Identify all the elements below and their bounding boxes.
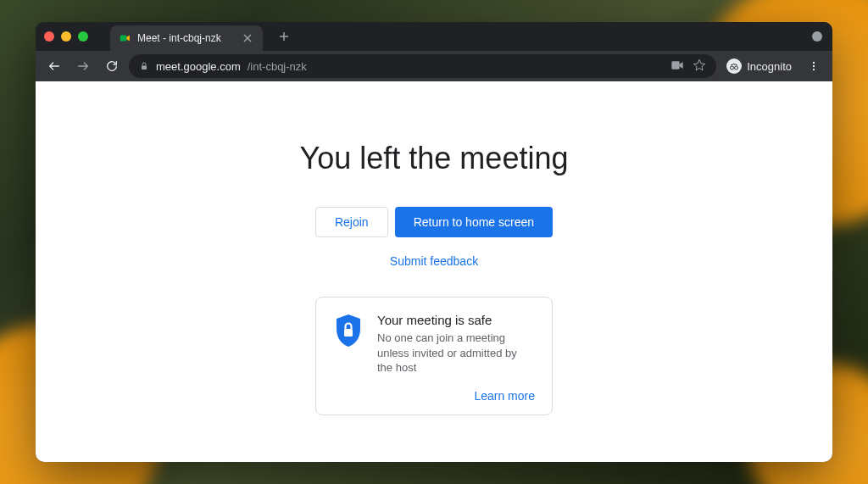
- info-card-description: No one can join a meeting unless invited…: [377, 331, 535, 376]
- action-buttons: Rejoin Return to home screen: [315, 207, 553, 237]
- url-host: meet.google.com: [156, 60, 241, 73]
- extension-indicator-icon[interactable]: [812, 31, 822, 42]
- bookmark-star-icon[interactable]: [693, 58, 706, 75]
- svg-rect-2: [672, 61, 680, 69]
- svg-rect-1: [142, 66, 147, 70]
- meeting-safe-card: Your meeting is safe No one can join a m…: [315, 297, 553, 415]
- learn-more-link[interactable]: Learn more: [474, 389, 535, 403]
- incognito-label: Incognito: [747, 60, 792, 73]
- svg-point-3: [731, 66, 734, 70]
- svg-rect-0: [120, 36, 127, 42]
- incognito-indicator[interactable]: Incognito: [721, 58, 797, 74]
- url-path: /int-cbqj-nzk: [248, 60, 307, 73]
- meet-favicon-icon: [119, 32, 131, 44]
- window-maximize-button[interactable]: [78, 31, 88, 42]
- browser-toolbar: meet.google.com/int-cbqj-nzk Incognito: [36, 51, 832, 81]
- incognito-icon: [726, 58, 742, 74]
- browser-menu-button[interactable]: [802, 54, 826, 78]
- lock-icon: [139, 61, 149, 71]
- page-headline: You left the meeting: [300, 141, 569, 176]
- tab-title: Meet - int-cbqj-nzk: [137, 32, 221, 44]
- svg-point-5: [813, 62, 815, 64]
- svg-point-4: [735, 66, 738, 70]
- svg-point-7: [813, 69, 815, 70]
- new-tab-button[interactable]: [273, 25, 295, 47]
- page-content: You left the meeting Rejoin Return to ho…: [36, 81, 832, 462]
- window-minimize-button[interactable]: [61, 31, 71, 42]
- svg-rect-8: [344, 329, 353, 337]
- rejoin-button[interactable]: Rejoin: [315, 207, 388, 237]
- shield-lock-icon: [333, 313, 364, 376]
- tab-close-button[interactable]: [241, 31, 254, 45]
- address-bar[interactable]: meet.google.com/int-cbqj-nzk: [129, 54, 716, 78]
- svg-point-6: [813, 65, 815, 67]
- browser-tab[interactable]: Meet - int-cbqj-nzk: [110, 25, 263, 51]
- window-controls: [44, 31, 97, 42]
- tab-strip: Meet - int-cbqj-nzk: [36, 22, 832, 51]
- reload-button[interactable]: [100, 54, 124, 78]
- window-close-button[interactable]: [44, 31, 54, 42]
- info-card-title: Your meeting is safe: [377, 313, 535, 327]
- browser-window: Meet - int-cbqj-nzk meet.google.com/int-…: [36, 22, 832, 462]
- camera-indicator-icon[interactable]: [670, 60, 684, 73]
- return-home-button[interactable]: Return to home screen: [395, 207, 553, 237]
- submit-feedback-link[interactable]: Submit feedback: [390, 254, 478, 268]
- forward-button[interactable]: [71, 54, 95, 78]
- back-button[interactable]: [42, 54, 66, 78]
